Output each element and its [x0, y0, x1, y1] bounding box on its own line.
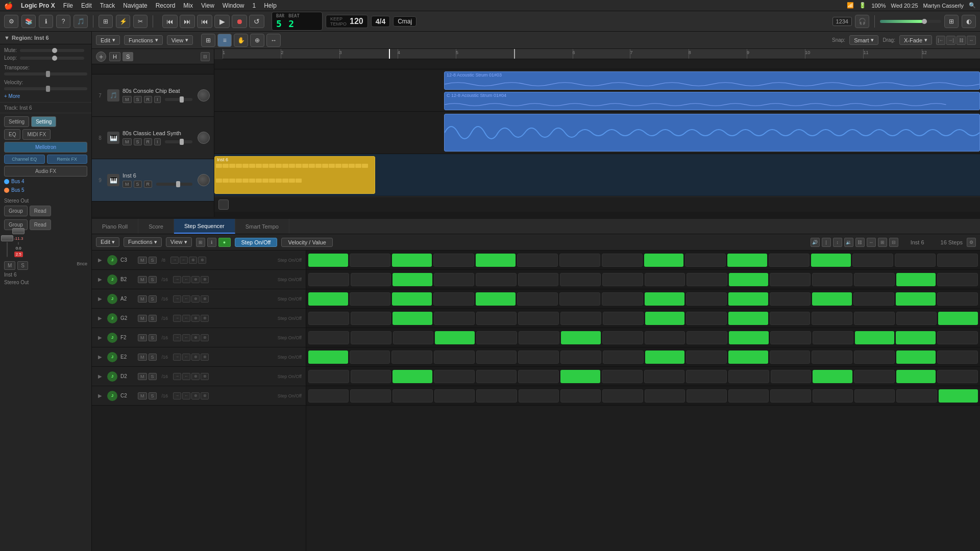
audio-fx-btn[interactable]: Audio FX: [4, 166, 87, 177]
inspector-btn[interactable]: ℹ: [39, 15, 53, 28]
step-G2-2[interactable]: [393, 312, 432, 325]
step-C2-11[interactable]: [770, 389, 811, 403]
velocity-slider[interactable]: [4, 87, 87, 90]
audio-clip-bottom[interactable]: C 12-8 Acoustic Strum 01#04: [444, 92, 980, 110]
seq-ctrl-d-D2[interactable]: ⊗: [201, 373, 209, 380]
tempo-section[interactable]: KEEP TEMPO 120: [326, 15, 368, 28]
step-D2-14[interactable]: [896, 370, 936, 383]
fader-right-track[interactable]: [18, 242, 19, 245]
seq-ctrl-a-C3[interactable]: →: [170, 257, 179, 264]
step-D2-5[interactable]: [518, 370, 559, 383]
step-D2-8[interactable]: [644, 370, 685, 383]
step-on-off-btn[interactable]: Step On/Off: [235, 238, 278, 247]
functions-dropdown-top[interactable]: Functions▾: [124, 35, 163, 45]
vol-knob-9[interactable]: [198, 174, 210, 186]
step-F2-9[interactable]: [687, 331, 727, 344]
step-C2-7[interactable]: [602, 389, 643, 403]
step-G2-4[interactable]: [476, 312, 517, 325]
step-G2-5[interactable]: [518, 312, 559, 325]
step-G2-14[interactable]: [896, 312, 937, 325]
seq-grid-icon[interactable]: ⊞: [196, 238, 205, 247]
trim-btn[interactable]: ↔: [266, 34, 281, 47]
seq-ctrl-c-C3[interactable]: ⊕: [189, 257, 197, 264]
i-btn-8[interactable]: I: [154, 138, 161, 145]
seq-s-F2[interactable]: S: [149, 334, 157, 341]
step-G2-10[interactable]: [728, 312, 768, 325]
step-C2-10[interactable]: [728, 389, 769, 403]
setting-left-btn[interactable]: Setting: [4, 116, 29, 127]
step-C2-3[interactable]: [434, 389, 475, 403]
maximize-icon[interactable]: ⊞: [878, 238, 887, 247]
step-D2-13[interactable]: [854, 370, 895, 383]
step-C3-10[interactable]: [727, 254, 767, 267]
seq-play-A2[interactable]: ▶: [96, 295, 104, 303]
note-btn[interactable]: 🎵: [74, 15, 88, 28]
link-icon[interactable]: ⛓: [957, 36, 966, 45]
quantize-btn[interactable]: ⊞: [99, 15, 113, 28]
seq-ctrl-a-C2[interactable]: →: [173, 392, 181, 399]
seq-ctrl-a-G2[interactable]: →: [173, 315, 181, 322]
step-E2-0[interactable]: [308, 350, 348, 364]
step-A2-0[interactable]: [308, 292, 348, 306]
step-B2-14[interactable]: [896, 273, 936, 286]
solo-btn-9[interactable]: S: [134, 181, 142, 188]
step-C3-0[interactable]: [308, 254, 348, 267]
seq-s-E2[interactable]: S: [149, 354, 157, 361]
library-btn[interactable]: 📚: [21, 15, 36, 28]
seq-ctrl-d-B2[interactable]: ⊗: [201, 276, 209, 283]
step-G2-1[interactable]: [351, 312, 391, 325]
step-D2-0[interactable]: [308, 370, 349, 383]
step-F2-3[interactable]: [435, 331, 475, 344]
seq-ctrl-c-A2[interactable]: ⊕: [191, 295, 200, 303]
grid-view-btn[interactable]: ⊞: [201, 34, 215, 47]
drag-dropdown[interactable]: X-Fade▾: [899, 35, 932, 45]
step-F2-11[interactable]: [770, 331, 811, 344]
menu-record[interactable]: Record: [156, 2, 176, 9]
minimize-icon[interactable]: ⊟: [889, 238, 898, 247]
seq-ctrl-b-A2[interactable]: ←: [182, 295, 190, 303]
seq-ctrl-a-B2[interactable]: →: [173, 276, 181, 283]
vol-knob-7[interactable]: [198, 89, 210, 102]
headphones-btn[interactable]: 🎧: [855, 15, 869, 28]
audio-clip-top[interactable]: 12-8 Acoustic Strum 01#03: [444, 71, 980, 90]
seq-ctrl-b-E2[interactable]: ←: [182, 354, 190, 361]
add-track-btn[interactable]: +: [96, 52, 106, 62]
step-G2-3[interactable]: [434, 312, 475, 325]
step-B2-3[interactable]: [434, 273, 475, 286]
midi-in-btn[interactable]: ◐: [962, 15, 976, 28]
step-F2-1[interactable]: [351, 331, 391, 344]
step-E2-11[interactable]: [770, 350, 811, 364]
expand-h-icon[interactable]: ↔: [867, 238, 876, 247]
step-C3-1[interactable]: [350, 254, 390, 267]
step-D2-4[interactable]: [476, 370, 517, 383]
track-fader-8[interactable]: [165, 140, 192, 143]
channel-eq-btn[interactable]: Channel EQ: [4, 155, 45, 164]
seq-ctrl-c-D2[interactable]: ⊕: [191, 373, 200, 380]
solo-btn-7[interactable]: S: [134, 96, 142, 103]
step-E2-10[interactable]: [728, 350, 768, 364]
step-B2-9[interactable]: [687, 273, 727, 286]
step-B2-13[interactable]: [854, 273, 895, 286]
smartcontrols-btn[interactable]: ⚙: [4, 15, 18, 28]
step-E2-14[interactable]: [896, 350, 936, 364]
menu-edit[interactable]: Edit: [81, 2, 92, 9]
seq-ctrl-b-G2[interactable]: ←: [182, 315, 190, 322]
seq-ctrl-c-F2[interactable]: ⊕: [191, 334, 200, 341]
seq-ctrl-a-E2[interactable]: →: [173, 354, 181, 361]
step-C3-8[interactable]: [644, 254, 684, 267]
menu-window[interactable]: Window: [223, 2, 244, 9]
seq-s-C2[interactable]: S: [149, 392, 157, 399]
seq-ctrl-b-C3[interactable]: ←: [180, 257, 188, 264]
scissors-btn[interactable]: ✂: [133, 15, 148, 28]
seq-ctrl-a-F2[interactable]: →: [173, 334, 181, 341]
seq-ctrl-d-F2[interactable]: ⊗: [201, 334, 209, 341]
seq-m-F2[interactable]: M: [138, 334, 147, 341]
seq-active-indicator[interactable]: ●: [218, 238, 231, 247]
fast-forward-btn[interactable]: ⏭: [180, 15, 195, 28]
cycle-btn[interactable]: ↺: [249, 15, 264, 28]
tab-step-sequencer[interactable]: Step Sequencer: [174, 219, 235, 234]
velocity-value-btn[interactable]: Velocity / Value: [281, 238, 332, 247]
grid-btn[interactable]: ⊞: [944, 15, 959, 28]
track-fader-9[interactable]: [156, 183, 192, 186]
rec-btn-8[interactable]: R: [144, 138, 153, 145]
